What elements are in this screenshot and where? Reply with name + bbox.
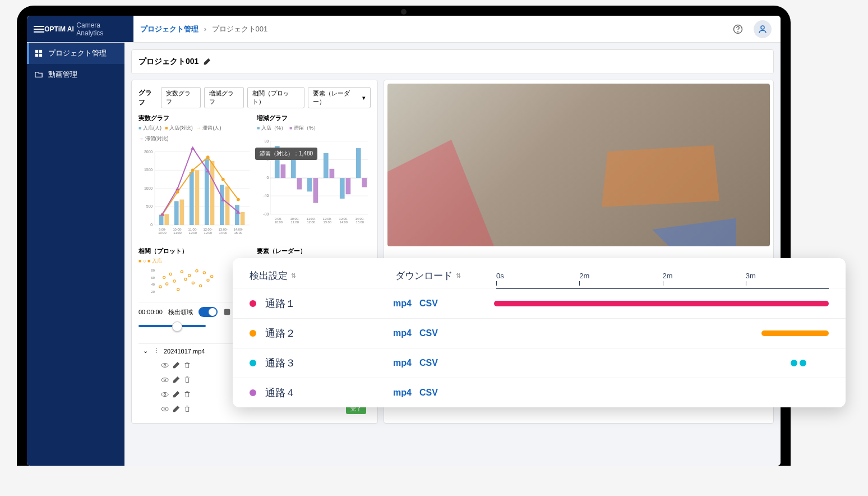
- color-dot: [250, 300, 256, 307]
- edit-icon[interactable]: [172, 405, 180, 413]
- download-mp4[interactable]: mp4: [393, 358, 412, 368]
- svg-point-111: [161, 378, 168, 382]
- trash-icon[interactable]: [183, 361, 191, 369]
- download-csv[interactable]: CSV: [419, 388, 438, 398]
- more-icon[interactable]: ⋮: [153, 347, 159, 355]
- svg-point-115: [161, 407, 168, 411]
- chart-actual-svg: 0500100015002000: [138, 145, 252, 240]
- svg-point-31: [176, 190, 179, 194]
- grid-icon: [35, 49, 43, 57]
- svg-point-109: [161, 364, 168, 368]
- video-preview[interactable]: [387, 84, 770, 246]
- svg-text:10:00: 10:00: [274, 221, 283, 224]
- edit-icon[interactable]: [172, 376, 180, 384]
- tab-scatter[interactable]: 相関（プロット）: [247, 87, 304, 108]
- timeline-bar-3: [494, 360, 829, 366]
- svg-rect-29: [241, 212, 245, 225]
- edit-icon[interactable]: [203, 58, 211, 66]
- svg-point-102: [192, 282, 194, 284]
- svg-text:500: 500: [146, 204, 153, 208]
- color-dot: [250, 389, 256, 396]
- svg-point-33: [206, 155, 210, 159]
- download-mp4[interactable]: mp4: [393, 328, 412, 338]
- eye-icon[interactable]: [161, 405, 169, 413]
- eye-icon[interactable]: [161, 391, 169, 398]
- chart-actual: 実数グラフ 入店(人) 入店(対比) 滞留(人) 滞留(対比): [138, 114, 252, 242]
- brand-name: OPTiM AI: [44, 25, 74, 33]
- chevron-down-icon[interactable]: ⌄: [143, 347, 149, 355]
- sidebar-label-videos: 動画管理: [48, 70, 77, 80]
- tab-radar[interactable]: 要素（レーダー） ▾: [308, 87, 371, 108]
- svg-rect-26: [220, 185, 224, 225]
- chart-tooltip: 滞留（対比）：1,480: [255, 148, 317, 160]
- time-display: 00:00:00: [138, 309, 163, 315]
- download-csv[interactable]: CSV: [419, 328, 438, 338]
- chart-delta: 増減グラフ 入店（%） 滞留（%）: [257, 114, 371, 242]
- svg-text:13:00-: 13:00-: [339, 217, 348, 221]
- project-header-card: プロジェクト001: [131, 49, 774, 74]
- tab-delta[interactable]: 増減グラフ: [204, 87, 244, 108]
- edit-icon[interactable]: [172, 391, 180, 398]
- project-title: プロジェクト001: [138, 57, 198, 67]
- trash-icon[interactable]: [183, 376, 191, 384]
- svg-rect-28: [235, 205, 239, 225]
- time-slider[interactable]: [138, 325, 206, 327]
- svg-point-100: [184, 278, 187, 281]
- row-name: 通路４: [265, 386, 393, 399]
- eye-icon[interactable]: [161, 361, 169, 369]
- col-download[interactable]: ダウンロード ⇅: [395, 269, 496, 282]
- settings-icon[interactable]: [223, 308, 231, 316]
- help-icon[interactable]: [729, 20, 747, 38]
- download-csv[interactable]: CSV: [419, 358, 438, 368]
- eye-icon[interactable]: [161, 376, 169, 384]
- download-csv[interactable]: CSV: [419, 298, 438, 309]
- svg-rect-71: [324, 153, 329, 178]
- detection-zone-blue: [652, 218, 736, 246]
- file-name: 20241017.mp4: [164, 348, 205, 355]
- svg-text:15:00: 15:00: [355, 221, 364, 224]
- sort-icon[interactable]: ⇅: [291, 272, 296, 279]
- download-mp4[interactable]: mp4: [393, 298, 412, 309]
- topbar: OPTiM AI Camera Analytics プロジェクト管理 › プロジ…: [27, 16, 781, 43]
- edit-icon[interactable]: [172, 361, 180, 369]
- row-name: 通路３: [265, 356, 393, 370]
- detection-row-4: 通路４ mp4 CSV: [233, 378, 846, 407]
- svg-text:-40: -40: [264, 194, 269, 198]
- col-detect[interactable]: 検出設定 ⇅: [250, 269, 395, 282]
- breadcrumb: プロジェクト管理 › プロジェクト001: [140, 24, 722, 34]
- menu-icon[interactable]: [34, 24, 44, 34]
- svg-text:11:00-: 11:00-: [306, 217, 316, 221]
- svg-text:-80: -80: [264, 212, 269, 216]
- svg-rect-21: [179, 200, 184, 225]
- sort-icon[interactable]: ⇅: [456, 272, 461, 279]
- trash-icon[interactable]: [183, 405, 191, 413]
- svg-text:10:00-: 10:00-: [290, 217, 299, 221]
- svg-rect-108: [224, 309, 230, 315]
- brand-sub: Camera Analytics: [76, 21, 127, 37]
- svg-text:14:00-: 14:00-: [234, 228, 243, 231]
- svg-rect-72: [330, 169, 335, 178]
- detection-row-1: 通路１ mp4 CSV: [233, 289, 846, 319]
- sidebar-item-videos[interactable]: 動画管理: [27, 64, 124, 85]
- sidebar-item-projects[interactable]: プロジェクト管理: [27, 43, 124, 64]
- svg-rect-23: [195, 170, 200, 225]
- chart-delta-legend: 入店（%） 滞留（%）: [257, 125, 371, 132]
- svg-point-104: [200, 284, 202, 287]
- svg-text:20: 20: [151, 290, 155, 293]
- sidebar: プロジェクト管理 動画管理: [27, 43, 124, 466]
- svg-rect-22: [190, 172, 194, 225]
- svg-point-1: [738, 31, 738, 32]
- download-mp4[interactable]: mp4: [393, 388, 412, 398]
- svg-text:80: 80: [151, 269, 155, 272]
- svg-point-110: [164, 364, 166, 366]
- detect-toggle[interactable]: [198, 307, 218, 317]
- tab-actual[interactable]: 実数グラフ: [161, 87, 201, 108]
- user-icon[interactable]: [754, 20, 772, 38]
- breadcrumb-root[interactable]: プロジェクト管理: [140, 25, 198, 33]
- graph-label: グラフ: [138, 88, 158, 107]
- svg-text:14:00: 14:00: [339, 221, 348, 224]
- chart-radar-title: 要素（レーダー）: [257, 247, 371, 255]
- svg-rect-73: [340, 178, 345, 199]
- trash-icon[interactable]: [183, 391, 191, 398]
- color-dot: [250, 330, 256, 337]
